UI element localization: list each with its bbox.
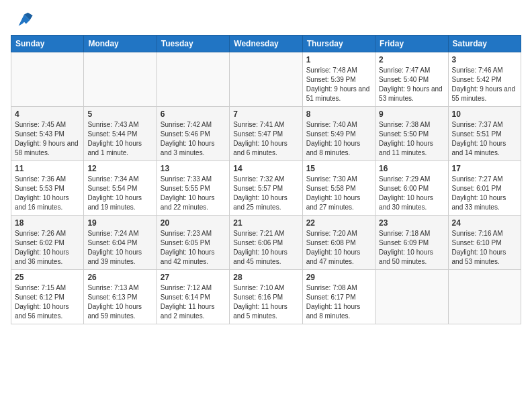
day-number: 9 <box>379 109 444 119</box>
day-info: Sunrise: 7:43 AM Sunset: 5:44 PM Dayligh… <box>87 120 152 158</box>
day-info: Sunrise: 7:21 AM Sunset: 6:06 PM Dayligh… <box>233 229 298 267</box>
col-monday: Monday <box>84 36 157 52</box>
day-info: Sunrise: 7:45 AM Sunset: 5:43 PM Dayligh… <box>15 120 80 158</box>
day-number: 16 <box>379 164 444 173</box>
logo <box>11 11 34 30</box>
day-number: 29 <box>306 273 371 282</box>
day-number: 21 <box>233 218 298 228</box>
day-cell: 1Sunrise: 7:48 AM Sunset: 5:39 PM Daylig… <box>302 52 375 107</box>
day-info: Sunrise: 7:26 AM Sunset: 6:02 PM Dayligh… <box>15 229 80 267</box>
day-cell: 26Sunrise: 7:13 AM Sunset: 6:13 PM Dayli… <box>84 270 157 324</box>
week-row-4: 18Sunrise: 7:26 AM Sunset: 6:02 PM Dayli… <box>11 216 521 270</box>
day-cell: 18Sunrise: 7:26 AM Sunset: 6:02 PM Dayli… <box>11 216 84 270</box>
day-number: 11 <box>15 164 80 173</box>
day-number: 26 <box>87 273 152 282</box>
day-cell: 28Sunrise: 7:10 AM Sunset: 6:16 PM Dayli… <box>230 270 302 324</box>
day-info: Sunrise: 7:46 AM Sunset: 5:42 PM Dayligh… <box>452 66 517 103</box>
day-cell: 23Sunrise: 7:18 AM Sunset: 6:09 PM Dayli… <box>375 216 448 270</box>
day-cell: 2Sunrise: 7:47 AM Sunset: 5:40 PM Daylig… <box>375 52 448 107</box>
day-number: 1 <box>306 55 371 64</box>
day-cell: 11Sunrise: 7:36 AM Sunset: 5:53 PM Dayli… <box>11 161 84 216</box>
col-friday: Friday <box>375 36 448 52</box>
day-number: 14 <box>233 164 298 173</box>
day-cell <box>84 52 157 107</box>
day-number: 3 <box>452 55 517 64</box>
week-row-3: 11Sunrise: 7:36 AM Sunset: 5:53 PM Dayli… <box>11 161 521 216</box>
day-cell <box>11 52 84 107</box>
day-info: Sunrise: 7:30 AM Sunset: 5:58 PM Dayligh… <box>306 175 371 212</box>
day-info: Sunrise: 7:13 AM Sunset: 6:13 PM Dayligh… <box>87 283 152 321</box>
day-number: 19 <box>87 218 152 228</box>
col-tuesday: Tuesday <box>157 36 229 52</box>
day-info: Sunrise: 7:12 AM Sunset: 6:14 PM Dayligh… <box>161 283 226 321</box>
day-number: 18 <box>15 218 80 228</box>
day-number: 17 <box>452 164 517 173</box>
day-cell: 9Sunrise: 7:38 AM Sunset: 5:50 PM Daylig… <box>375 107 448 161</box>
day-number: 4 <box>15 109 80 119</box>
day-cell: 17Sunrise: 7:27 AM Sunset: 6:01 PM Dayli… <box>448 161 521 216</box>
day-cell: 29Sunrise: 7:08 AM Sunset: 6:17 PM Dayli… <box>302 270 375 324</box>
day-info: Sunrise: 7:34 AM Sunset: 5:54 PM Dayligh… <box>87 175 152 212</box>
day-cell: 6Sunrise: 7:42 AM Sunset: 5:46 PM Daylig… <box>157 107 229 161</box>
day-cell: 24Sunrise: 7:16 AM Sunset: 6:10 PM Dayli… <box>448 216 521 270</box>
day-info: Sunrise: 7:42 AM Sunset: 5:46 PM Dayligh… <box>161 120 226 158</box>
day-cell: 15Sunrise: 7:30 AM Sunset: 5:58 PM Dayli… <box>302 161 375 216</box>
day-info: Sunrise: 7:40 AM Sunset: 5:49 PM Dayligh… <box>306 120 371 158</box>
day-cell: 19Sunrise: 7:24 AM Sunset: 6:04 PM Dayli… <box>84 216 157 270</box>
day-cell <box>230 52 302 107</box>
day-number: 2 <box>379 55 444 64</box>
day-cell: 22Sunrise: 7:20 AM Sunset: 6:08 PM Dayli… <box>302 216 375 270</box>
col-thursday: Thursday <box>302 36 375 52</box>
day-number: 20 <box>161 218 226 228</box>
day-number: 8 <box>306 109 371 119</box>
logo-icon <box>15 11 34 30</box>
day-cell: 8Sunrise: 7:40 AM Sunset: 5:49 PM Daylig… <box>302 107 375 161</box>
day-info: Sunrise: 7:20 AM Sunset: 6:08 PM Dayligh… <box>306 229 371 267</box>
day-number: 5 <box>87 109 152 119</box>
day-cell: 7Sunrise: 7:41 AM Sunset: 5:47 PM Daylig… <box>230 107 302 161</box>
day-number: 6 <box>161 109 226 119</box>
day-cell: 13Sunrise: 7:33 AM Sunset: 5:55 PM Dayli… <box>157 161 229 216</box>
day-info: Sunrise: 7:08 AM Sunset: 6:17 PM Dayligh… <box>306 283 371 321</box>
day-info: Sunrise: 7:16 AM Sunset: 6:10 PM Dayligh… <box>452 229 517 267</box>
day-info: Sunrise: 7:48 AM Sunset: 5:39 PM Dayligh… <box>306 66 371 103</box>
day-cell: 10Sunrise: 7:37 AM Sunset: 5:51 PM Dayli… <box>448 107 521 161</box>
day-number: 23 <box>379 218 444 228</box>
day-info: Sunrise: 7:29 AM Sunset: 6:00 PM Dayligh… <box>379 175 444 212</box>
day-cell: 25Sunrise: 7:15 AM Sunset: 6:12 PM Dayli… <box>11 270 84 324</box>
day-cell: 21Sunrise: 7:21 AM Sunset: 6:06 PM Dayli… <box>230 216 302 270</box>
col-sunday: Sunday <box>11 36 84 52</box>
day-number: 24 <box>452 218 517 228</box>
day-info: Sunrise: 7:41 AM Sunset: 5:47 PM Dayligh… <box>233 120 298 158</box>
day-cell: 3Sunrise: 7:46 AM Sunset: 5:42 PM Daylig… <box>448 52 521 107</box>
day-cell: 20Sunrise: 7:23 AM Sunset: 6:05 PM Dayli… <box>157 216 229 270</box>
day-info: Sunrise: 7:37 AM Sunset: 5:51 PM Dayligh… <box>452 120 517 158</box>
day-info: Sunrise: 7:15 AM Sunset: 6:12 PM Dayligh… <box>15 283 80 321</box>
day-number: 10 <box>452 109 517 119</box>
day-cell: 12Sunrise: 7:34 AM Sunset: 5:54 PM Dayli… <box>84 161 157 216</box>
day-info: Sunrise: 7:33 AM Sunset: 5:55 PM Dayligh… <box>161 175 226 212</box>
day-cell <box>157 52 229 107</box>
day-info: Sunrise: 7:23 AM Sunset: 6:05 PM Dayligh… <box>161 229 226 267</box>
day-cell <box>448 270 521 324</box>
col-saturday: Saturday <box>448 36 521 52</box>
page-header <box>11 11 521 30</box>
day-number: 12 <box>87 164 152 173</box>
week-row-2: 4Sunrise: 7:45 AM Sunset: 5:43 PM Daylig… <box>11 107 521 161</box>
day-cell: 5Sunrise: 7:43 AM Sunset: 5:44 PM Daylig… <box>84 107 157 161</box>
day-info: Sunrise: 7:38 AM Sunset: 5:50 PM Dayligh… <box>379 120 444 158</box>
day-cell: 4Sunrise: 7:45 AM Sunset: 5:43 PM Daylig… <box>11 107 84 161</box>
header-row: Sunday Monday Tuesday Wednesday Thursday… <box>11 36 521 52</box>
day-info: Sunrise: 7:47 AM Sunset: 5:40 PM Dayligh… <box>379 66 444 103</box>
day-info: Sunrise: 7:27 AM Sunset: 6:01 PM Dayligh… <box>452 175 517 212</box>
day-number: 25 <box>15 273 80 282</box>
day-info: Sunrise: 7:10 AM Sunset: 6:16 PM Dayligh… <box>233 283 298 321</box>
day-cell: 14Sunrise: 7:32 AM Sunset: 5:57 PM Dayli… <box>230 161 302 216</box>
day-info: Sunrise: 7:24 AM Sunset: 6:04 PM Dayligh… <box>87 229 152 267</box>
day-info: Sunrise: 7:18 AM Sunset: 6:09 PM Dayligh… <box>379 229 444 267</box>
day-number: 28 <box>233 273 298 282</box>
day-cell: 16Sunrise: 7:29 AM Sunset: 6:00 PM Dayli… <box>375 161 448 216</box>
day-number: 22 <box>306 218 371 228</box>
col-wednesday: Wednesday <box>230 36 302 52</box>
day-number: 13 <box>161 164 226 173</box>
